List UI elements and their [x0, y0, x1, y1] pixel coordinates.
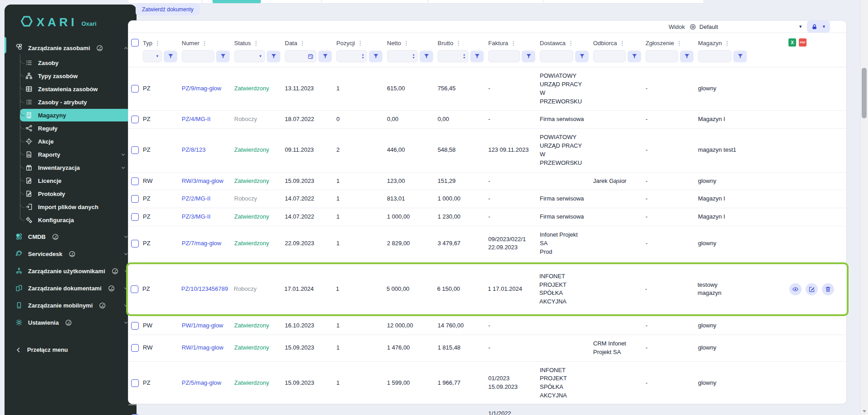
row-checkbox[interactable] [131, 116, 139, 123]
cell-numer[interactable]: PW/1/mag-glow [179, 317, 231, 335]
number-spinner[interactable]: ▲▼ [463, 53, 466, 59]
cell-numer[interactable]: PZ/7/mag-glow [179, 235, 231, 252]
sidebar-item-import-plików-danych[interactable]: Import plików danych [20, 201, 130, 213]
filter-funnel-button[interactable] [522, 51, 535, 62]
sidebar-item-raporty[interactable]: Raporty [20, 148, 130, 161]
scrollbar-thumb[interactable] [862, 68, 867, 118]
view-button[interactable] [789, 283, 802, 295]
select-all-checkbox[interactable] [131, 39, 139, 47]
filter-funnel-button[interactable] [164, 51, 177, 62]
sidebar-item-zarządzanie-dokumentami[interactable]: Zarządzanie dokumentami [5, 280, 133, 297]
row-checkbox[interactable] [131, 177, 139, 185]
cell-numer[interactable]: PZ/5/mag-glow [179, 374, 231, 392]
filter-funnel-button[interactable] [575, 51, 589, 62]
row-checkbox[interactable] [131, 240, 139, 247]
scrollbar-down-arrow[interactable] [863, 410, 866, 413]
table-row[interactable]: PWPW/1/mag-glowZatwierdzony16.10.2023112… [128, 317, 846, 335]
sidebar-item-zasoby-atrybuty[interactable]: Zasoby - atrybuty [20, 96, 130, 108]
column-menu-icon[interactable]: ⋮ [155, 40, 160, 46]
table-row[interactable]: PZPZ/8/123Zatwierdzony09.11.20232446,005… [128, 129, 846, 172]
cell-numer[interactable]: RW/3/mag-glow [179, 173, 231, 190]
sidebar-item-cmdb[interactable]: CMDB [5, 228, 133, 245]
table-row[interactable]: PZPZ/1/MG-IIZatwierdzony14.07.202210,000… [128, 405, 846, 415]
filter-funnel-button[interactable] [216, 51, 230, 62]
number-spinner[interactable]: ▲▼ [362, 53, 364, 59]
column-menu-icon[interactable]: ⋮ [724, 40, 730, 46]
filter-funnel-button[interactable] [369, 51, 382, 62]
filter-funnel-button[interactable] [627, 51, 641, 62]
filter-input-faktura[interactable] [488, 50, 520, 62]
vertical-scrollbar[interactable] [860, 0, 868, 415]
cell-numer[interactable]: PZ/1/MG-II [179, 409, 231, 415]
filter-funnel-button[interactable] [267, 51, 280, 62]
sidebar-item-magazyny[interactable]: Magazyny [20, 109, 130, 121]
row-checkbox[interactable] [131, 285, 138, 293]
filter-input-data[interactable] [285, 50, 316, 62]
lock-view-button[interactable]: ▼ [807, 21, 830, 33]
filter-funnel-button[interactable] [420, 51, 433, 62]
row-checkbox[interactable] [131, 85, 139, 93]
cell-numer[interactable]: PZ/2/MG-II [179, 190, 231, 208]
filter-input-netto[interactable]: ▲▼ [387, 50, 418, 62]
table-row[interactable]: PZPZ/2/MG-IIRoboczy14.07.20221813,011 00… [128, 190, 846, 208]
row-checkbox[interactable] [131, 213, 139, 221]
filter-input-typ[interactable]: ▼ [143, 50, 162, 62]
table-row[interactable]: PZPZ/10/123456789Roboczy17.01.202415 000… [128, 264, 847, 314]
menu-toggle-button[interactable]: Przełącz menu [5, 341, 137, 359]
row-checkbox[interactable] [131, 146, 139, 154]
cell-numer[interactable]: PZ/3/MG-II [179, 208, 231, 226]
sidebar-item-zasoby[interactable]: Zasoby [20, 56, 130, 69]
sidebar-item-inwentaryzacja[interactable]: Inwentaryzacja [20, 161, 130, 174]
edit-button[interactable] [806, 283, 818, 295]
column-menu-icon[interactable]: ⋮ [456, 40, 462, 46]
filter-input-magazyn[interactable] [698, 50, 731, 62]
sidebar-item-akcje[interactable]: Akcje [20, 135, 130, 148]
filter-funnel-button[interactable] [733, 51, 747, 62]
active-tab[interactable] [212, 0, 261, 3]
sidebar-item-ustawienia[interactable]: Ustawienia [5, 314, 133, 331]
table-row[interactable]: RWRW/3/mag-glowZatwierdzony15.09.2023112… [128, 173, 846, 191]
column-menu-icon[interactable]: ⋮ [299, 40, 305, 46]
sidebar-item-licencje[interactable]: Licencje [20, 174, 130, 187]
approve-documents-button[interactable]: Zatwierdź dokumenty [136, 4, 200, 15]
filter-input-status[interactable]: ▼ [234, 50, 265, 62]
cell-numer[interactable]: PZ/10/123456789 [179, 280, 231, 298]
view-select[interactable]: Default ▼ [689, 21, 802, 32]
cell-numer[interactable]: PZ/9/mag-glow [179, 80, 231, 98]
number-spinner[interactable]: ▲▼ [412, 53, 415, 59]
sidebar-item-typy-zasobów[interactable]: Typy zasobów [20, 70, 130, 82]
delete-button[interactable] [822, 283, 834, 295]
column-menu-icon[interactable]: ⋮ [253, 40, 259, 46]
column-menu-icon[interactable]: ⋮ [676, 40, 682, 46]
filter-input-dostawca[interactable] [540, 50, 573, 62]
sidebar-item-zarządzanie-użytkownikami[interactable]: Zarządzanie użytkownikami [5, 262, 133, 280]
column-menu-icon[interactable]: ⋮ [619, 40, 625, 46]
table-row[interactable]: RWRW/1/mag-glowZatwierdzony15.09.202311 … [128, 335, 846, 362]
row-checkbox[interactable] [131, 322, 139, 330]
column-menu-icon[interactable]: ⋮ [403, 40, 409, 46]
export-excel-icon[interactable]: X [788, 38, 796, 47]
cell-numer[interactable]: PZ/4/MG-II [179, 111, 231, 128]
column-menu-icon[interactable]: ⋮ [357, 40, 363, 46]
sidebar-item-servicedesk[interactable]: Servicedesk [5, 245, 133, 262]
cell-numer[interactable]: PZ/8/123 [179, 141, 231, 159]
filter-input-zgloszenie[interactable] [646, 50, 678, 62]
table-row[interactable]: PZPZ/3/MG-IIZatwierdzony14.07.202211 000… [128, 208, 846, 226]
export-pdf-icon[interactable]: PDF [799, 38, 807, 47]
filter-input-odbiorca[interactable] [593, 50, 626, 62]
sidebar-item-konfiguracja[interactable]: Konfiguracja [20, 214, 130, 226]
cell-numer[interactable]: RW/1/mag-glow [179, 339, 231, 357]
row-checkbox[interactable] [131, 344, 139, 352]
column-menu-icon[interactable]: ⋮ [510, 40, 516, 46]
table-row[interactable]: PZPZ/4/MG-IIRoboczy18.07.202200,000,00-F… [128, 111, 846, 129]
row-checkbox[interactable] [131, 195, 139, 203]
filter-funnel-button[interactable] [470, 51, 484, 62]
table-row[interactable]: PZPZ/7/mag-glowZatwierdzony22.09.202312 … [128, 226, 846, 261]
highlighted-row[interactable]: PZPZ/10/123456789Roboczy17.01.202415 000… [126, 262, 849, 316]
filter-input-pozycji[interactable]: ▲▼ [336, 50, 367, 62]
column-menu-icon[interactable]: ⋮ [202, 40, 208, 46]
table-row[interactable]: PZPZ/5/mag-glowZatwierdzony15.09.202311 … [128, 362, 846, 405]
sidebar-item-reguły[interactable]: Reguły [20, 122, 130, 135]
filter-input-brutto[interactable]: ▲▼ [438, 50, 468, 62]
filter-funnel-button[interactable] [318, 51, 332, 62]
